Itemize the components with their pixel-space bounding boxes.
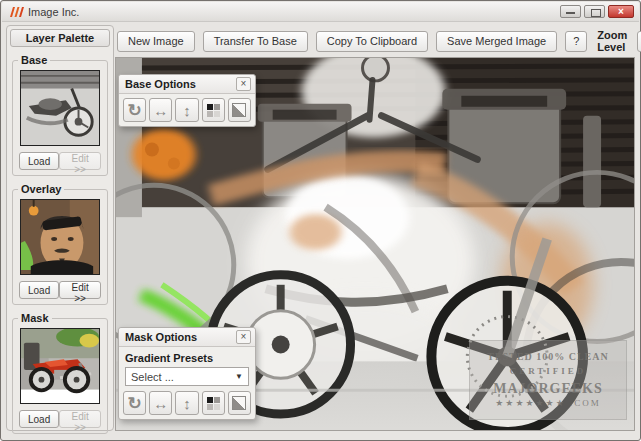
watermark-line: CERTIFIED [510,366,587,377]
mask-options-title: Mask Options [125,331,197,343]
new-image-button[interactable]: New Image [117,31,195,52]
watermark-line: ★★★★★★★ .COM [495,398,600,409]
flip-horizontal-icon: ↔ [153,103,168,118]
base-options-panel: Base Options × ↻ ↔ ↕ [118,74,256,127]
overlay-thumbnail[interactable] [20,199,100,275]
mask-flip-horizontal-button[interactable]: ↔ [149,391,172,415]
base-thumbnail[interactable] [20,70,100,146]
base-layer-group: Base Load Edit >> [12,60,108,176]
zoom-level-label: Zoom Level [597,29,627,53]
overlay-group-label: Overlay [18,183,64,195]
copy-to-clipboard-button[interactable]: Copy To Clipboard [316,31,428,52]
base-rotate-button[interactable]: ↻ [123,98,146,122]
flip-horizontal-icon: ↔ [153,396,168,411]
layer-palette-title: Layer Palette [10,29,110,47]
mask-rotate-button[interactable]: ↻ [123,391,146,415]
gradient-presets-select[interactable]: Select ... ▼ [125,367,249,386]
watermark-line: MAJORGEEKS [493,380,603,398]
app-logo-icon [9,6,24,18]
transfer-to-base-button[interactable]: Transfer To Base [203,31,308,52]
chevron-down-icon: ▼ [235,372,243,381]
layer-palette: Layer Palette Base Load Edit >> [6,25,114,431]
gradient-presets-value: Select ... [131,371,174,383]
base-options-tools: ↻ ↔ ↕ [119,94,255,126]
rotate-icon: ↻ [127,102,141,119]
mask-buttons: Load Edit >> [18,410,102,428]
mask-color-grid-button[interactable] [202,391,225,415]
gradient-presets-label: Gradient Presets [119,347,255,367]
base-options-title: Base Options [125,78,196,90]
base-options-close-icon[interactable]: × [236,77,251,91]
minimize-button[interactable] [560,5,581,18]
mask-edit-button[interactable]: Edit >> [59,410,101,428]
base-load-button[interactable]: Load [19,152,59,170]
close-button[interactable]: × [608,5,634,18]
window-title: Image Inc. [28,6,79,18]
help-button[interactable]: ? [565,31,587,52]
mask-group-label: Mask [18,312,52,324]
mask-thumbnail[interactable] [20,328,100,404]
base-diagonal-fill-button[interactable] [228,98,251,122]
mask-options-panel: Mask Options × Gradient Presets Select .… [118,327,256,420]
color-grid-icon [207,104,220,117]
base-buttons: Load Edit >> [18,152,102,170]
rotate-icon: ↻ [127,395,141,412]
base-group-label: Base [18,54,50,66]
overlay-edit-button[interactable]: Edit >> [59,281,101,299]
app-window: Image Inc. × New Image Transfer To Base … [0,0,641,441]
save-merged-image-button[interactable]: Save Merged Image [436,31,557,52]
overlay-load-button[interactable]: Load [19,281,59,299]
mask-options-titlebar[interactable]: Mask Options × [119,328,255,347]
base-flip-horizontal-button[interactable]: ↔ [149,98,172,122]
maximize-button[interactable] [584,5,605,18]
diagonal-fill-icon [232,396,246,410]
mask-layer-group: Mask Load Edit >> [12,318,108,434]
base-edit-button[interactable]: Edit >> [59,152,101,170]
color-grid-icon [207,397,220,410]
overlay-layer-group: Overlay Load Edit >> [12,189,108,305]
overlay-buttons: Load Edit >> [18,281,102,299]
window-controls: × [560,5,634,18]
flip-vertical-icon: ↕ [183,396,191,411]
zoom-value-button[interactable]: 100% [637,31,641,52]
mask-options-tools: ↻ ↔ ↕ [119,387,255,419]
mask-flip-vertical-button[interactable]: ↕ [175,391,198,415]
watermark-line: TESTED 100% CLEAN [487,351,608,364]
diagonal-fill-icon [232,103,246,117]
title-bar: Image Inc. × [2,2,639,22]
base-color-grid-button[interactable] [202,98,225,122]
flip-vertical-icon: ↕ [183,103,191,118]
majorgeeks-watermark: TESTED 100% CLEAN CERTIFIED MAJORGEEKS ★… [469,340,627,420]
base-options-titlebar[interactable]: Base Options × [119,75,255,94]
mask-load-button[interactable]: Load [19,410,59,428]
base-flip-vertical-button[interactable]: ↕ [175,98,198,122]
toolbar: New Image Transfer To Base Copy To Clipb… [117,28,636,54]
mask-diagonal-fill-button[interactable] [228,391,251,415]
mask-options-close-icon[interactable]: × [236,330,251,344]
